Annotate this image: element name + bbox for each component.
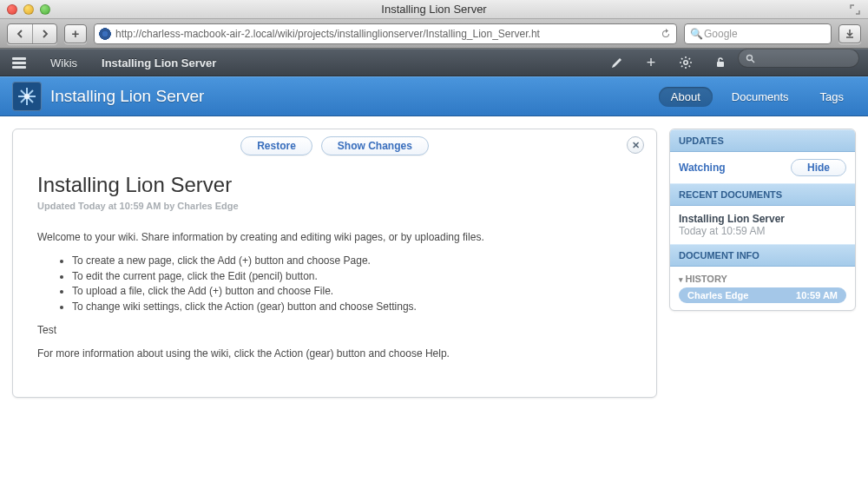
list-item: To edit the current page, click the Edit… (72, 269, 632, 284)
updates-header: UPDATES (670, 129, 855, 152)
instruction-list: To create a new page, click the Add (+) … (72, 254, 632, 314)
wiki-search-field[interactable] (738, 49, 859, 68)
recent-doc-title: Installing Lion Server (679, 213, 846, 225)
intro-paragraph: Welcome to your wiki. Share information … (37, 230, 632, 245)
nav-buttons (7, 23, 57, 44)
wiki-logo-icon (12, 82, 42, 111)
show-changes-button[interactable]: Show Changes (321, 136, 429, 155)
recent-docs-header: RECENT DOCUMENTS (670, 183, 855, 206)
watching-label: Watching (679, 162, 726, 174)
revision-bar: Restore Show Changes ✕ (13, 129, 656, 162)
watching-row: Watching Hide (670, 152, 855, 183)
list-item: To create a new page, click the Add (+) … (72, 254, 632, 268)
wiki-toolbar: Wikis Installing Lion Server + (0, 49, 868, 76)
svg-point-2 (747, 55, 753, 60)
tab-tags[interactable]: Tags (808, 87, 856, 107)
history-entry[interactable]: Charles Edge 10:59 AM (679, 287, 846, 303)
list-item: To upload a file, click the Add (+) butt… (72, 284, 632, 299)
wiki-title: Installing Lion Server (50, 87, 204, 106)
back-button[interactable] (8, 24, 32, 43)
search-placeholder: Google (704, 28, 738, 40)
add-button[interactable]: + (634, 49, 668, 76)
history-time: 10:59 AM (796, 290, 838, 300)
svg-point-8 (24, 94, 30, 99)
wiki-header: Installing Lion Server About Documents T… (0, 76, 868, 116)
recent-doc-time: Today at 10:59 AM (679, 225, 846, 237)
url-field[interactable]: http://charless-macbook-air-2.local/wiki… (94, 23, 677, 44)
wiki-tabs: About Documents Tags (659, 87, 856, 107)
svg-point-0 (684, 61, 687, 64)
docinfo-header: DOCUMENT INFO (670, 244, 855, 267)
window-title: Installing Lion Server (0, 3, 868, 16)
search-icon (746, 54, 755, 63)
site-favicon (98, 27, 112, 41)
downloads-button[interactable] (838, 24, 861, 43)
forward-button[interactable] (32, 24, 56, 43)
restore-button[interactable]: Restore (240, 136, 312, 155)
page-content: Welcome to your wiki. Share information … (37, 230, 632, 362)
history-section: HISTORY Charles Edge 10:59 AM (670, 267, 855, 310)
wiki-toolbar-right: + (599, 49, 868, 76)
list-item: To change wiki settings, click the Actio… (72, 300, 632, 314)
close-revision-button[interactable]: ✕ (627, 136, 644, 154)
page-title: Installing Lion Server (37, 173, 632, 197)
sidebar-panel: UPDATES Watching Hide RECENT DOCUMENTS I… (669, 129, 856, 311)
svg-line-3 (752, 60, 754, 63)
url-text: http://charless-macbook-air-2.local/wiki… (115, 28, 540, 40)
breadcrumb-wikis[interactable]: Wikis (38, 49, 89, 76)
wiki-menu-button[interactable] (0, 49, 38, 76)
edit-button[interactable] (599, 49, 634, 76)
more-paragraph: For more information about using the wik… (37, 347, 632, 361)
menu-icon (12, 57, 26, 69)
add-bookmark-button[interactable]: + (64, 24, 87, 43)
main-panel: Restore Show Changes ✕ Installing Lion S… (12, 129, 657, 398)
tab-documents[interactable]: Documents (720, 87, 801, 107)
search-icon: 🔍 (690, 28, 702, 40)
content-area: Restore Show Changes ✕ Installing Lion S… (0, 116, 868, 410)
test-paragraph: Test (37, 323, 632, 338)
page-body: Installing Lion Server Updated Today at … (13, 162, 656, 397)
svg-rect-1 (717, 62, 724, 67)
window-titlebar: Installing Lion Server (0, 0, 868, 19)
lock-button[interactable] (703, 49, 738, 76)
history-author: Charles Edge (687, 290, 748, 300)
history-label[interactable]: HISTORY (679, 274, 846, 284)
action-gear-button[interactable] (668, 49, 703, 76)
hide-button[interactable]: Hide (791, 159, 846, 176)
page-updated-line: Updated Today at 10:59 AM by Charles Edg… (37, 201, 632, 211)
breadcrumb-current[interactable]: Installing Lion Server (89, 49, 228, 76)
reload-icon[interactable] (659, 27, 673, 41)
browser-toolbar: + http://charless-macbook-air-2.local/wi… (0, 19, 868, 49)
search-field[interactable]: 🔍 Google (684, 23, 832, 44)
tab-about[interactable]: About (659, 87, 713, 107)
recent-doc-item[interactable]: Installing Lion Server Today at 10:59 AM (670, 206, 855, 244)
